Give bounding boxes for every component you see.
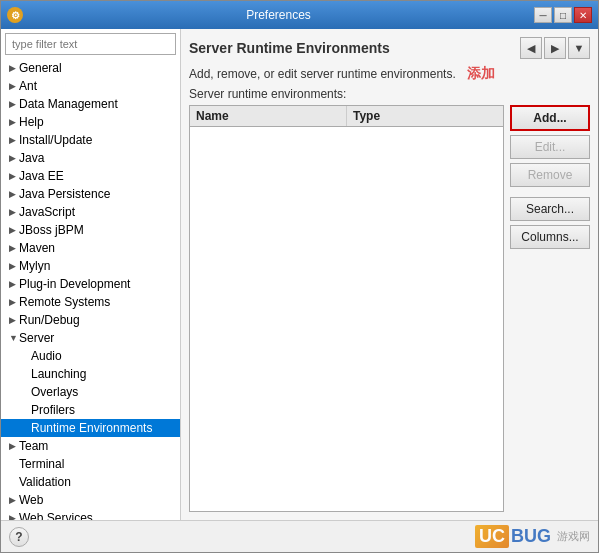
sidebar-item-audio[interactable]: Audio (1, 347, 180, 365)
sidebar-item-help[interactable]: Help (1, 113, 180, 131)
sidebar-item-javascript[interactable]: JavaScript (1, 203, 180, 221)
sidebar-item-runtime-environments[interactable]: Runtime Environments (1, 419, 180, 437)
back-button[interactable]: ◀ (520, 37, 542, 59)
sidebar-item-maven[interactable]: Maven (1, 239, 180, 257)
tree-arrow-jboss-jbpm (9, 225, 19, 235)
tree-label-general: General (19, 61, 62, 75)
minimize-button[interactable]: ─ (534, 7, 552, 23)
filter-input[interactable] (5, 33, 176, 55)
col-type: Type (347, 106, 503, 126)
tree-arrow-remote-systems (9, 297, 19, 307)
sidebar: GeneralAntData ManagementHelpInstall/Upd… (1, 29, 181, 520)
tree-label-data-management: Data Management (19, 97, 118, 111)
watermark-sub: 游戏网 (557, 529, 590, 544)
edit-button[interactable]: Edit... (510, 135, 590, 159)
main-panel: Server Runtime Environments ◀ ▶ ▼ Add, r… (181, 29, 598, 520)
sidebar-item-general[interactable]: General (1, 59, 180, 77)
close-button[interactable]: ✕ (574, 7, 592, 23)
sidebar-item-jboss-jbpm[interactable]: JBoss jBPM (1, 221, 180, 239)
sidebar-item-java-persistence[interactable]: Java Persistence (1, 185, 180, 203)
panel-header: Server Runtime Environments ◀ ▶ ▼ (189, 37, 590, 59)
tree-arrow-maven (9, 243, 19, 253)
tree-label-server: Server (19, 331, 54, 345)
tree-arrow-javascript (9, 207, 19, 217)
sidebar-item-overlays[interactable]: Overlays (1, 383, 180, 401)
remove-button[interactable]: Remove (510, 163, 590, 187)
watermark: UC BUG 游戏网 (475, 525, 590, 548)
sidebar-item-launching[interactable]: Launching (1, 365, 180, 383)
bug-logo: BUG (511, 526, 551, 547)
tree-label-maven: Maven (19, 241, 55, 255)
help-button[interactable]: ? (9, 527, 29, 547)
action-buttons: Add... Edit... Remove Search... Columns.… (510, 105, 590, 512)
tree-label-java-ee: Java EE (19, 169, 64, 183)
tree-label-jboss-jbpm: JBoss jBPM (19, 223, 84, 237)
tree-label-runtime-environments: Runtime Environments (31, 421, 152, 435)
window-icon: ⚙ (7, 7, 23, 23)
sidebar-item-ant[interactable]: Ant (1, 77, 180, 95)
tree-label-launching: Launching (31, 367, 86, 381)
tree-arrow-mylyn (9, 261, 19, 271)
sidebar-item-validation[interactable]: Validation (1, 473, 180, 491)
tree-arrow-plugin-development (9, 279, 19, 289)
tree-arrow-install-update (9, 135, 19, 145)
tree-arrow-ant (9, 81, 19, 91)
sidebar-item-install-update[interactable]: Install/Update (1, 131, 180, 149)
window-title: Preferences (23, 8, 534, 22)
search-button[interactable]: Search... (510, 197, 590, 221)
forward-button[interactable]: ▶ (544, 37, 566, 59)
sidebar-item-plugin-development[interactable]: Plug-in Development (1, 275, 180, 293)
columns-button[interactable]: Columns... (510, 225, 590, 249)
sidebar-item-web[interactable]: Web (1, 491, 180, 509)
tree-arrow-java (9, 153, 19, 163)
maximize-button[interactable]: □ (554, 7, 572, 23)
sidebar-item-mylyn[interactable]: Mylyn (1, 257, 180, 275)
sidebar-item-run-debug[interactable]: Run/Debug (1, 311, 180, 329)
tree-arrow-general (9, 63, 19, 73)
tree-label-install-update: Install/Update (19, 133, 92, 147)
tree-label-run-debug: Run/Debug (19, 313, 80, 327)
tree-arrow-data-management (9, 99, 19, 109)
tree-label-ant: Ant (19, 79, 37, 93)
sidebar-item-server[interactable]: Server (1, 329, 180, 347)
title-bar: ⚙ Preferences ─ □ ✕ (1, 1, 598, 29)
tree-label-remote-systems: Remote Systems (19, 295, 110, 309)
description-text: Add, remove, or edit server runtime envi… (189, 67, 456, 81)
uc-logo: UC (475, 525, 509, 548)
panel-title: Server Runtime Environments (189, 40, 390, 56)
sidebar-item-profilers[interactable]: Profilers (1, 401, 180, 419)
tree-label-team: Team (19, 439, 48, 453)
sidebar-item-data-management[interactable]: Data Management (1, 95, 180, 113)
col-name: Name (190, 106, 347, 126)
sidebar-item-web-services[interactable]: Web Services (1, 509, 180, 520)
tree-label-plugin-development: Plug-in Development (19, 277, 130, 291)
tree-label-java-persistence: Java Persistence (19, 187, 110, 201)
add-hint: 添加 (467, 65, 495, 81)
tree-arrow-java-ee (9, 171, 19, 181)
tree-label-help: Help (19, 115, 44, 129)
tree-label-audio: Audio (31, 349, 62, 363)
tree-arrow-run-debug (9, 315, 19, 325)
tree-arrow-java-persistence (9, 189, 19, 199)
dropdown-button[interactable]: ▼ (568, 37, 590, 59)
tree-arrow-team (9, 441, 19, 451)
sidebar-item-java-ee[interactable]: Java EE (1, 167, 180, 185)
tree-arrow-web (9, 495, 19, 505)
sidebar-item-team[interactable]: Team (1, 437, 180, 455)
tree-label-mylyn: Mylyn (19, 259, 50, 273)
panel-toolbar: ◀ ▶ ▼ (520, 37, 590, 59)
add-button[interactable]: Add... (510, 105, 590, 131)
tree-label-profilers: Profilers (31, 403, 75, 417)
tree-label-javascript: JavaScript (19, 205, 75, 219)
sidebar-item-java[interactable]: Java (1, 149, 180, 167)
tree-label-terminal: Terminal (19, 457, 64, 471)
tree-label-validation: Validation (19, 475, 71, 489)
table-body (190, 127, 503, 512)
tree-arrow-web-services (9, 513, 19, 520)
sidebar-item-remote-systems[interactable]: Remote Systems (1, 293, 180, 311)
sidebar-item-terminal[interactable]: Terminal (1, 455, 180, 473)
tree: GeneralAntData ManagementHelpInstall/Upd… (1, 59, 180, 520)
bottom-bar: ? UC BUG 游戏网 (1, 520, 598, 552)
tree-label-overlays: Overlays (31, 385, 78, 399)
env-label: Server runtime environments: (189, 87, 590, 101)
